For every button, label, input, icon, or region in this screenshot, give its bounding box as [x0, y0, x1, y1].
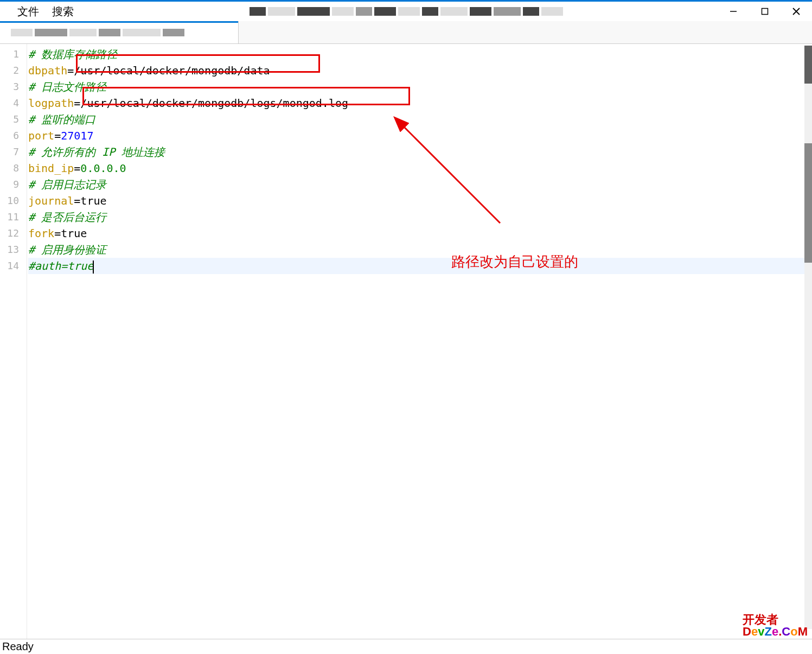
tab-title-pixelated	[11, 29, 184, 36]
code-line[interactable]: # 允许所有的 IP 地址连接	[28, 144, 812, 160]
code-line[interactable]: # 数据库存储路径	[28, 46, 812, 62]
line-number: 14	[0, 258, 27, 274]
window: 文件 搜索	[0, 0, 812, 654]
code-line[interactable]: # 监听的端口	[28, 111, 812, 128]
line-number: 2	[0, 62, 27, 79]
svg-rect-1	[762, 9, 768, 15]
watermark-bottom: DevZe.CoM	[743, 626, 808, 638]
tab-active[interactable]	[0, 21, 239, 43]
scroll-thumb[interactable]	[804, 143, 812, 263]
statusbar: Ready	[0, 639, 812, 654]
watermark-top: 开发者	[743, 614, 808, 626]
annotation-text: 路径改为自己设置的	[451, 252, 578, 271]
line-number: 10	[0, 193, 27, 209]
line-number: 5	[0, 111, 27, 128]
code-line[interactable]: # 是否后台运行	[28, 209, 812, 225]
line-gutter: 1 2 3 4 5 6 7 8 9 10 11 12 13 14	[0, 44, 27, 639]
minimize-button[interactable]	[718, 2, 749, 21]
scroll-thumb[interactable]	[804, 46, 812, 84]
code-line[interactable]: logpath=/usr/local/docker/mongodb/logs/m…	[28, 95, 812, 111]
close-button[interactable]	[781, 2, 812, 21]
code-line[interactable]: bind_ip=0.0.0.0	[28, 160, 812, 176]
title-center-pixelated	[250, 7, 563, 16]
line-number: 3	[0, 79, 27, 95]
watermark: 开发者 DevZe.CoM	[743, 614, 808, 638]
code-line[interactable]: port=27017	[28, 128, 812, 144]
minimize-icon	[730, 8, 737, 15]
maximize-icon	[761, 8, 769, 15]
code-line[interactable]: # 启用身份验证	[28, 242, 812, 258]
line-number: 6	[0, 128, 27, 144]
code-line[interactable]: journal=true	[28, 193, 812, 209]
code-content[interactable]: # 数据库存储路径 dbpath=/usr/local/docker/mongo…	[28, 44, 812, 639]
code-line[interactable]: dbpath=/usr/local/docker/mongodb/data	[28, 62, 812, 79]
titlebar: 文件 搜索	[0, 2, 812, 21]
code-line[interactable]: fork=true	[28, 225, 812, 242]
close-icon	[792, 7, 801, 16]
line-number: 1	[0, 46, 27, 62]
editor-area[interactable]: 1 2 3 4 5 6 7 8 9 10 11 12 13 14 # 数据库存储…	[0, 44, 812, 639]
line-number: 9	[0, 176, 27, 193]
tabbar	[0, 21, 812, 44]
line-number: 8	[0, 160, 27, 176]
maximize-button[interactable]	[749, 2, 781, 21]
text-cursor	[93, 261, 94, 274]
line-number: 11	[0, 209, 27, 225]
line-number: 7	[0, 144, 27, 160]
menubar: 文件 搜索	[0, 2, 80, 21]
line-number: 13	[0, 242, 27, 258]
status-text: Ready	[2, 640, 34, 653]
code-line-current[interactable]: #auth=true	[28, 258, 812, 274]
line-number: 12	[0, 225, 27, 242]
code-line[interactable]: # 启用日志记录	[28, 176, 812, 193]
menu-file[interactable]: 文件	[11, 2, 46, 21]
window-controls	[718, 2, 812, 21]
line-number: 4	[0, 95, 27, 111]
code-line[interactable]: # 日志文件路径	[28, 79, 812, 95]
menu-search[interactable]: 搜索	[46, 2, 80, 21]
scrollbar-vertical[interactable]	[804, 46, 812, 629]
